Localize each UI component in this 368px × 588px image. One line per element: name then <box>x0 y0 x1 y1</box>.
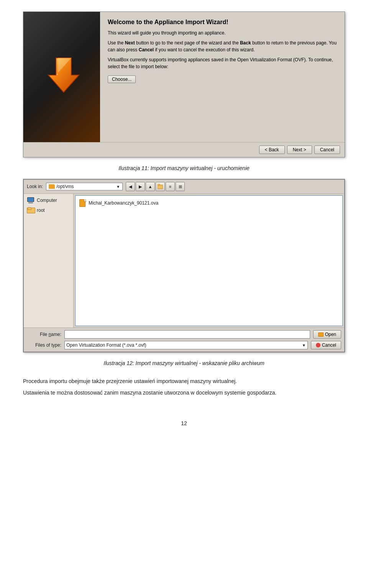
file-type-row: Files of type: Open Virtualization Forma… <box>27 341 341 349</box>
cancel-circle-icon <box>316 343 320 347</box>
file-type-field-label: Files of type: <box>27 342 61 348</box>
file-dialog: Look in: /opt/vms ▼ ◀ ▶ ▲ ≡ ⊞ <box>23 179 345 352</box>
wizard-para1: This wizard will guide you through impor… <box>108 29 337 36</box>
look-in-path: /opt/vms <box>56 184 74 189</box>
look-in-label: Look in: <box>27 184 43 189</box>
back-nav-button[interactable]: ◀ <box>126 182 135 191</box>
file-type-dropdown[interactable]: Open Virtualization Format (*.ova *.ovf)… <box>64 341 308 349</box>
file-dialog-bottom: File name: Open Files of type: Open Virt… <box>24 328 344 352</box>
open-button-label: Open <box>325 332 336 337</box>
file-dialog-main: Computer root Michal_Karbowanczyk_90121.… <box>24 194 344 328</box>
next-bold: Next <box>125 40 135 46</box>
wizard-para3: VirtualBox currently supports importing … <box>108 56 337 70</box>
sidebar-item-root[interactable]: root <box>25 206 72 215</box>
wizard-logo <box>23 12 100 142</box>
sidebar-item-computer[interactable]: Computer <box>25 196 72 205</box>
file-name-row: File name: Open <box>27 330 341 339</box>
wizard-logo-svg <box>35 50 89 104</box>
wizard-dialog: Welcome to the Appliance Import Wizard! … <box>23 11 345 157</box>
computer-icon <box>27 197 34 203</box>
sidebar-computer-label: Computer <box>37 198 57 203</box>
file-dialog-sidebar: Computer root <box>24 194 74 328</box>
figure-11-container: Welcome to the Appliance Import Wizard! … <box>23 11 345 157</box>
wizard-footer: < Back Next > Cancel <box>23 142 345 157</box>
file-name-label: Michal_Karbowanczyk_90121.ova <box>89 200 158 206</box>
new-folder-button[interactable] <box>156 182 165 191</box>
figure-12-container: Look in: /opt/vms ▼ ◀ ▶ ▲ ≡ ⊞ <box>23 179 345 352</box>
list-view-button[interactable]: ≡ <box>166 182 175 191</box>
underline-n: n <box>49 332 51 337</box>
file-type-value: Open Virtualization Format (*.ova *.ovf) <box>66 342 146 348</box>
caption-11: Ilustracja 11: Import maszyny wirtualnej… <box>118 165 250 171</box>
body-para2: Ustawienia te można dostosować zanim mas… <box>23 388 345 397</box>
file-name-input[interactable] <box>64 330 310 339</box>
back-bold: Back <box>240 40 251 46</box>
wizard-para2: Use the Next button to go to the next pa… <box>108 39 337 53</box>
wizard-content: Welcome to the Appliance Import Wizard! … <box>100 12 345 142</box>
file-name-field-label: File name: <box>27 332 61 337</box>
next-button[interactable]: Next > <box>287 146 312 154</box>
dropdown-arrow-icon: ▼ <box>116 185 120 189</box>
cancel-button[interactable]: Cancel <box>314 146 340 154</box>
root-folder-icon <box>27 207 34 213</box>
computer-base <box>28 202 33 203</box>
list-item[interactable]: Michal_Karbowanczyk_90121.ova <box>78 198 340 208</box>
open-button[interactable]: Open <box>313 330 341 339</box>
folder-icon <box>49 184 55 189</box>
file-dialog-toolbar: Look in: /opt/vms ▼ ◀ ▶ ▲ ≡ ⊞ <box>24 180 344 194</box>
caption-12: Ilustracja 12: Import maszyny wirtualnej… <box>104 360 264 366</box>
look-in-dropdown[interactable]: /opt/vms ▼ <box>46 183 123 190</box>
page-number: 12 <box>23 420 345 426</box>
wizard-body: Welcome to the Appliance Import Wizard! … <box>23 12 345 142</box>
ova-file-icon <box>79 199 86 207</box>
wizard-title: Welcome to the Appliance Import Wizard! <box>108 19 337 26</box>
body-para1: Procedura importu obejmuje także przejrz… <box>23 377 345 385</box>
file-type-arrow-icon: ▼ <box>302 343 306 347</box>
toolbar-buttons: ◀ ▶ ▲ ≡ ⊞ <box>126 182 185 191</box>
choose-button[interactable]: Choose... <box>108 75 136 83</box>
cancel-button-label: Cancel <box>322 342 336 348</box>
sidebar-root-label: root <box>37 208 45 213</box>
cancel-bold: Cancel <box>139 47 154 52</box>
file-dialog-content[interactable]: Michal_Karbowanczyk_90121.ova <box>75 195 343 326</box>
detail-view-button[interactable]: ⊞ <box>176 182 185 191</box>
forward-nav-button[interactable]: ▶ <box>136 182 145 191</box>
back-button[interactable]: < Back <box>259 146 285 154</box>
up-nav-button[interactable]: ▲ <box>146 182 155 191</box>
new-folder-icon <box>158 184 163 189</box>
open-folder-icon <box>318 332 324 337</box>
cancel-button-file[interactable]: Cancel <box>311 341 341 349</box>
svg-rect-1 <box>158 184 160 185</box>
computer-screen <box>27 197 34 202</box>
